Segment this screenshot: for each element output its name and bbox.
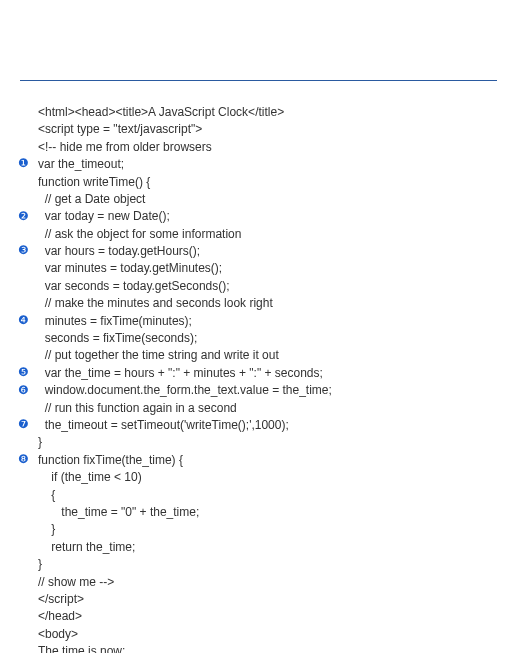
code-line: <body> [20,626,497,643]
code-line: ❽function fixTime(the_time) { [20,452,497,469]
code-line: ❹ minutes = fixTime(minutes); [20,313,497,330]
code-text: minutes = fixTime(minutes); [38,314,192,328]
code-line: } [20,521,497,538]
callout-3-icon: ❸ [16,244,30,258]
callout-7-icon: ❼ [16,418,30,432]
code-text: function fixTime(the_time) { [38,453,183,467]
code-line: { [20,487,497,504]
code-line: var seconds = today.getSeconds(); [20,278,497,295]
code-text: var hours = today.getHours(); [38,244,200,258]
code-line: // run this function again in a second [20,400,497,417]
code-line: // make the minutes and seconds look rig… [20,295,497,312]
code-line: // get a Date object [20,191,497,208]
code-line: // show me --> [20,574,497,591]
callout-8-icon: ❽ [16,453,30,467]
code-line: function writeTime() { [20,174,497,191]
code-line: <!-- hide me from older browsers [20,139,497,156]
code-text: the_timeout = setTimeout('writeTime();',… [38,418,289,432]
code-line: ❼ the_timeout = setTimeout('writeTime();… [20,417,497,434]
code-line: The time is now: [20,643,497,653]
code-line: ❻ window.document.the_form.the_text.valu… [20,382,497,399]
code-line: seconds = fixTime(seconds); [20,330,497,347]
callout-1-icon: ❶ [16,157,30,171]
code-line: var minutes = today.getMinutes(); [20,260,497,277]
callout-4-icon: ❹ [16,314,30,328]
code-line: <html><head><title>A JavaScript Clock</t… [20,104,497,121]
code-text: var the_time = hours + ":" + minutes + "… [38,366,323,380]
code-line: </script> [20,591,497,608]
code-line: // ask the object for some information [20,226,497,243]
code-line: </head> [20,608,497,625]
callout-6-icon: ❻ [16,383,30,397]
callout-5-icon: ❺ [16,366,30,380]
code-line: ❸ var hours = today.getHours(); [20,243,497,260]
code-line: the_time = "0" + the_time; [20,504,497,521]
code-text: var the_timeout; [38,157,124,171]
code-line: ❶var the_timeout; [20,156,497,173]
code-line: } [20,556,497,573]
code-line: <script type = "text/javascript"> [20,121,497,138]
code-text: window.document.the_form.the_text.value … [38,383,332,397]
code-line: return the_time; [20,539,497,556]
code-line: ❷ var today = new Date(); [20,208,497,225]
code-line: ❺ var the_time = hours + ":" + minutes +… [20,365,497,382]
top-rule [20,80,497,81]
callout-2-icon: ❷ [16,209,30,223]
code-line: // put together the time string and writ… [20,347,497,364]
code-text: var today = new Date(); [38,209,170,223]
code-listing: <html><head><title>A JavaScript Clock</t… [20,104,497,653]
code-line: if (the_time < 10) [20,469,497,486]
code-line: } [20,434,497,451]
